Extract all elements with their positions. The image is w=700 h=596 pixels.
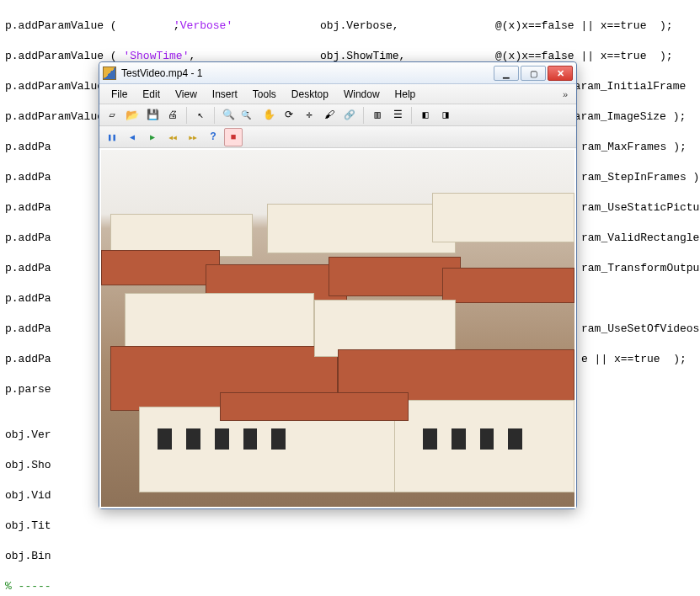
chevron-right-icon (563, 89, 568, 99)
close-button[interactable] (548, 66, 573, 81)
open-button[interactable] (123, 106, 142, 125)
menu-file[interactable]: File (104, 87, 134, 102)
zoom-in-icon (222, 109, 235, 121)
save-icon (147, 109, 159, 121)
menu-insert[interactable]: Insert (206, 87, 244, 102)
brush-button[interactable] (320, 106, 339, 125)
menubar: File Edit View Insert Tools Desktop Wind… (99, 84, 576, 104)
menu-window[interactable]: Window (337, 87, 387, 102)
rotate-button[interactable] (280, 106, 298, 125)
zoom-in-button[interactable] (219, 106, 238, 125)
maximize-button[interactable] (521, 66, 546, 81)
rewind-icon (168, 131, 177, 143)
menu-view[interactable]: View (168, 87, 204, 102)
colorbar-icon (374, 109, 380, 121)
menu-edit[interactable]: Edit (136, 87, 167, 102)
menu-desktop[interactable]: Desktop (285, 87, 335, 102)
play-button[interactable] (143, 128, 162, 146)
link-icon (344, 109, 355, 121)
playback-toolbar (99, 126, 576, 148)
data-cursor-button[interactable] (300, 106, 318, 125)
menu-help[interactable]: Help (388, 87, 423, 102)
figure-window: TestVideo.mp4 - 1 File Edit View Insert … (99, 61, 577, 509)
stop-button[interactable] (224, 128, 243, 146)
new-figure-button[interactable] (103, 106, 121, 125)
rewind-button[interactable] (163, 128, 182, 146)
zoom-out-button[interactable] (239, 106, 258, 125)
minimize-button[interactable] (494, 66, 519, 81)
titlebar[interactable]: TestVideo.mp4 - 1 (99, 62, 576, 84)
toolbar-separator (186, 107, 187, 124)
figure-canvas[interactable] (99, 148, 576, 508)
data-cursor-icon (306, 109, 312, 121)
dock-left-icon (422, 109, 428, 121)
colorbar-button[interactable] (368, 106, 387, 125)
rotate-icon (285, 109, 293, 121)
print-icon (168, 109, 178, 121)
toolbar-separator (363, 107, 364, 124)
video-frame-image (101, 150, 574, 507)
figure-toolbar (99, 104, 576, 126)
fast-forward-icon (189, 131, 197, 143)
hide-plot-tools-button[interactable] (416, 106, 435, 125)
close-icon (557, 67, 564, 79)
pan-button[interactable] (259, 106, 278, 125)
dock-right-icon (442, 109, 448, 121)
toolbar-separator (411, 107, 412, 124)
maximize-icon (530, 67, 537, 79)
new-icon (109, 109, 115, 121)
step-back-button[interactable] (123, 128, 142, 146)
print-button[interactable] (163, 106, 182, 125)
step-back-icon (130, 131, 135, 143)
link-button[interactable] (340, 106, 359, 125)
play-icon (150, 131, 155, 143)
pan-icon (263, 109, 275, 121)
menu-overflow[interactable] (563, 89, 571, 99)
minimize-icon (503, 67, 510, 79)
save-button[interactable] (143, 106, 162, 125)
pointer-icon (197, 109, 203, 121)
show-plot-tools-button[interactable] (436, 106, 455, 125)
edit-plot-button[interactable] (191, 106, 210, 125)
menu-tools[interactable]: Tools (246, 87, 283, 102)
help-icon (210, 131, 216, 143)
help-button[interactable] (204, 128, 222, 146)
zoom-out-icon (241, 110, 255, 120)
legend-button[interactable] (388, 106, 407, 125)
brush-icon (324, 109, 334, 121)
window-title: TestVideo.mp4 - 1 (121, 67, 494, 79)
matlab-icon (103, 67, 116, 80)
fast-forward-button[interactable] (184, 128, 202, 146)
open-icon (126, 109, 139, 122)
pause-button[interactable] (103, 128, 121, 146)
pause-icon (108, 131, 117, 143)
toolbar-separator (214, 107, 215, 124)
legend-icon (393, 109, 403, 121)
